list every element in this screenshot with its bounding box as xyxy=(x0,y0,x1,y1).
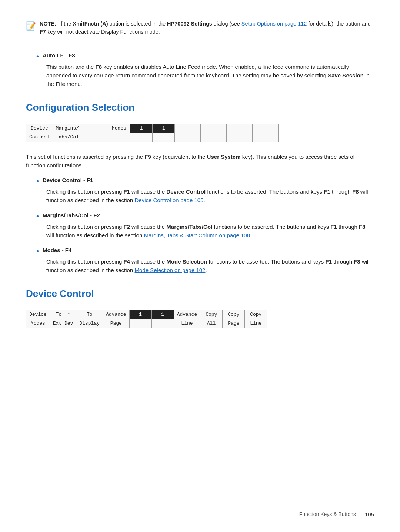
kbd-cell xyxy=(82,133,108,142)
modes-f4-body: Clicking this button or pressing F4 will… xyxy=(46,257,374,275)
kbd-cell: Control xyxy=(26,133,53,142)
kbd-cell xyxy=(227,133,253,142)
kbd-cell: Ext Dev xyxy=(50,319,76,328)
bullet-dot-3: • xyxy=(36,211,39,221)
auto-lf-label: Auto LF - F8 xyxy=(43,51,75,60)
kbd-cell: Modes xyxy=(108,124,130,133)
note-body: If the XmitFnctn (A) option is selected … xyxy=(40,21,371,35)
kbd-cell xyxy=(253,124,279,133)
note-box: 📝 NOTE: If the XmitFnctn (A) option is s… xyxy=(26,15,374,41)
kbd-cell: To * xyxy=(50,310,76,319)
margins-tabs-f2-item: • Margins/Tabs/Col - F2 xyxy=(36,211,374,221)
kbd-cell: Copy xyxy=(245,310,267,319)
kbd-cell: To xyxy=(76,310,103,319)
kbd-cell: Copy xyxy=(200,310,223,319)
modes-f4-item: • Modes - F4 xyxy=(36,246,374,256)
kbd-cell xyxy=(201,124,227,133)
kbd-cell: Page xyxy=(103,319,130,328)
device-control-f1-label: Device Control - F1 xyxy=(43,176,93,185)
kbd-cell: Advance xyxy=(103,310,130,319)
margins-tabs-link[interactable]: Margins, Tabs & Start Column on page 108 xyxy=(144,232,250,238)
kbd-cell xyxy=(175,124,201,133)
kbd-cell: Advance xyxy=(174,310,200,319)
bullet-dot-4: • xyxy=(36,246,39,256)
footer-page: 105 xyxy=(365,511,374,519)
kbd-cell xyxy=(82,124,108,133)
kbd-cell-dark: 1 xyxy=(153,124,175,133)
margins-tabs-f2-label: Margins/Tabs/Col - F2 xyxy=(43,211,100,220)
modes-f4-label: Modes - F4 xyxy=(43,246,71,255)
auto-lf-body: This button and the F8 key enables or di… xyxy=(46,63,374,88)
kbd-cell xyxy=(151,319,174,328)
config-kbd-table: Device Margins/ Modes 1 1 Control Tabs/C… xyxy=(26,124,279,142)
kbd-cell-dark: 1 xyxy=(129,310,151,319)
kbd-cell xyxy=(227,124,253,133)
kbd-cell-dark: 1 xyxy=(130,124,153,133)
kbd-cell: Modes xyxy=(26,319,50,328)
device-control-heading: Device Control xyxy=(26,287,374,301)
kbd-cell xyxy=(253,133,279,142)
kbd-cell: Margins/ xyxy=(53,124,82,133)
config-selection-heading: Configuration Selection xyxy=(26,100,374,115)
kbd-cell: Tabs/Col xyxy=(53,133,82,142)
kbd-cell: Page xyxy=(223,319,245,328)
footer-label: Function Keys & Buttons xyxy=(299,511,356,518)
kbd-cell: Device xyxy=(26,124,53,133)
note-icon: 📝 xyxy=(26,20,36,32)
kbd-cell: Device xyxy=(26,310,50,319)
mode-selection-link[interactable]: Mode Selection on page 102 xyxy=(134,267,205,273)
page-footer: Function Keys & Buttons 105 xyxy=(299,511,374,519)
device-control-f1-body: Clicking this button or pressing F1 will… xyxy=(46,187,374,205)
kbd-cell xyxy=(201,133,227,142)
auto-lf-item: • Auto LF - F8 xyxy=(36,51,374,61)
bullet-dot: • xyxy=(36,51,39,61)
kbd-cell: Line xyxy=(245,319,267,328)
kbd-cell xyxy=(175,133,201,142)
note-text: NOTE: If the XmitFnctn (A) option is sel… xyxy=(40,20,374,36)
kbd-cell: All xyxy=(200,319,223,328)
margins-tabs-f2-body: Clicking this button or pressing F2 will… xyxy=(46,222,374,240)
setup-options-link[interactable]: Setup Options on page 112 xyxy=(241,21,307,27)
device-control-f1-item: • Device Control - F1 xyxy=(36,176,374,186)
note-label: NOTE: xyxy=(40,21,56,27)
kbd-cell xyxy=(153,133,175,142)
kbd-cell xyxy=(130,133,153,142)
kbd-cell: Display xyxy=(76,319,103,328)
kbd-cell: Line xyxy=(174,319,200,328)
device-control-kbd-table: Device To * To Advance 1 1 Advance Copy … xyxy=(26,310,267,328)
device-control-link[interactable]: Device Control on page 105 xyxy=(134,197,203,203)
kbd-cell-dark: 1 xyxy=(151,310,174,319)
config-body-para: This set of functions is asserted by pre… xyxy=(26,153,374,170)
bullet-dot-2: • xyxy=(36,176,39,186)
kbd-cell xyxy=(108,133,130,142)
kbd-cell: Copy xyxy=(223,310,245,319)
kbd-cell xyxy=(129,319,151,328)
